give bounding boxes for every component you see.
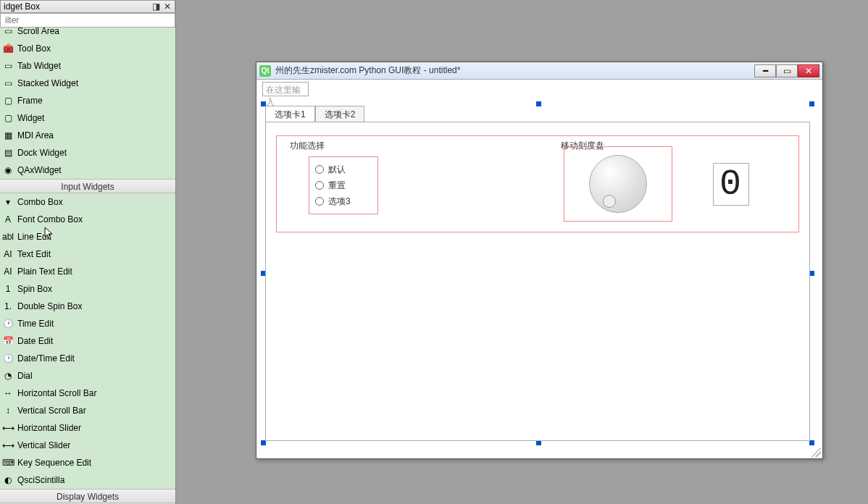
- widget-item-label: Text Edit: [17, 249, 51, 259]
- selection-handle[interactable]: [536, 440, 541, 445]
- widget-item-frame[interactable]: ▢Frame: [0, 92, 175, 109]
- widget-item-spin-box[interactable]: 1Spin Box: [0, 280, 175, 298]
- widget-item-label: Horizontal Scroll Bar: [17, 388, 96, 398]
- widget-item-label: Double Spin Box: [17, 301, 82, 311]
- dock-float-icon[interactable]: ◨: [152, 1, 161, 12]
- widget-item-label: Vertical Scroll Bar: [17, 406, 86, 416]
- frame-icon: ▢: [3, 96, 13, 106]
- widget-item-label: QAxWidget: [17, 165, 62, 175]
- design-canvas[interactable]: Qt 州的先生zmister.com Python GUI教程 - untitl…: [176, 0, 868, 504]
- dial-widget[interactable]: [589, 155, 647, 213]
- widget-list[interactable]: ▭Scroll Area🧰Tool Box▭Tab Widget▭Stacked…: [0, 28, 175, 504]
- minimize-button[interactable]: ━: [754, 64, 776, 77]
- widget-item-widget[interactable]: ▢Widget: [0, 109, 175, 127]
- radio-option3[interactable]: 选项3: [315, 193, 372, 209]
- lcd-container: 0: [677, 146, 785, 222]
- widget-item-vertical-scroll-bar[interactable]: ↕Vertical Scroll Bar: [0, 402, 175, 419]
- widget-item-tool-box[interactable]: 🧰Tool Box: [0, 40, 175, 57]
- widget-item-label: Date/Time Edit: [17, 353, 75, 364]
- key-sequence-edit-icon: ⌨: [3, 458, 13, 468]
- groupbox-dial[interactable]: 移动刻度盘 0: [554, 140, 794, 227]
- tab-1[interactable]: 选项卡1: [265, 106, 315, 122]
- category-display-widgets[interactable]: Display Widgets: [0, 489, 175, 503]
- widget-item-combo-box[interactable]: ▾Combo Box: [0, 193, 175, 211]
- widget-item-date-time-edit[interactable]: 🕑Date/Time Edit: [0, 350, 175, 367]
- radio-reset[interactable]: 重置: [315, 177, 372, 193]
- widget-item-label: Scroll Area: [17, 28, 59, 36]
- radio-default[interactable]: 默认: [315, 161, 372, 177]
- widget-item-label: Dock Widget: [17, 148, 67, 158]
- date-time-edit-icon: 🕑: [3, 353, 13, 364]
- tab-2[interactable]: 选项卡2: [315, 106, 365, 122]
- radio-icon: [315, 165, 324, 174]
- widget-item-double-spin-box[interactable]: 1.Double Spin Box: [0, 298, 175, 315]
- widget-item-plain-text-edit[interactable]: AIPlain Text Edit: [0, 263, 175, 280]
- double-spin-box-icon: 1.: [3, 301, 13, 311]
- widget-item-label: Key Sequence Edit: [17, 458, 91, 468]
- stacked-widget-icon: ▭: [3, 78, 13, 88]
- tab-page[interactable]: 功能选择 默认 重置 选项3 移动刻度盘: [265, 122, 810, 441]
- widget-item-qaxwidget[interactable]: ◉QAxWidget: [0, 161, 175, 179]
- widget-item-label: QsciScintilla: [17, 475, 64, 485]
- widget-item-mdi-area[interactable]: ▦MDI Area: [0, 127, 175, 144]
- widget-item-label: Line Edit: [17, 232, 51, 242]
- combo-box-icon: ▾: [3, 197, 13, 207]
- widget-item-dock-widget[interactable]: ▤Dock Widget: [0, 144, 175, 161]
- widget-item-line-edit[interactable]: ablLine Edit: [0, 228, 175, 245]
- horizontal-scroll-bar-icon: ↔: [3, 388, 13, 398]
- widget-item-time-edit[interactable]: 🕑Time Edit: [0, 315, 175, 332]
- widget-item-label: Tab Widget: [17, 61, 61, 71]
- selection-handle[interactable]: [809, 271, 814, 276]
- resize-grip-icon[interactable]: [811, 447, 821, 457]
- close-button[interactable]: ✕: [798, 64, 819, 77]
- form-window[interactable]: Qt 州的先生zmister.com Python GUI教程 - untitl…: [256, 62, 823, 459]
- widget-item-date-edit[interactable]: 📅Date Edit: [0, 332, 175, 350]
- widget-item-stacked-widget[interactable]: ▭Stacked Widget: [0, 75, 175, 92]
- widget-item-label: Vertical Slider: [17, 440, 70, 450]
- widget-item-label: Stacked Widget: [17, 78, 78, 88]
- horizontal-layout[interactable]: 功能选择 默认 重置 选项3 移动刻度盘: [276, 135, 799, 232]
- widget-item-tab-widget[interactable]: ▭Tab Widget: [0, 57, 175, 75]
- groupbox-functions[interactable]: 功能选择 默认 重置 选项3: [283, 140, 533, 227]
- radio-icon: [315, 197, 324, 206]
- form-design-area[interactable]: 在这里输入 选项卡1 选项卡2 功能选择: [256, 80, 822, 458]
- widget-item-qsciscintilla[interactable]: ◐QsciScintilla: [0, 471, 175, 489]
- lineedit-widget[interactable]: 在这里输入: [262, 82, 309, 96]
- selection-handle[interactable]: [809, 440, 814, 445]
- qsciscintilla-icon: ◐: [3, 475, 13, 485]
- widget-item-text-edit[interactable]: AIText Edit: [0, 245, 175, 263]
- widget-item-font-combo-box[interactable]: AFont Combo Box: [0, 211, 175, 228]
- widget-item-label: Horizontal Slider: [17, 423, 81, 433]
- widget-item-label: Combo Box: [17, 197, 63, 207]
- widget-item-dial[interactable]: ◔Dial: [0, 367, 175, 385]
- dock-widget-icon: ▤: [3, 148, 13, 158]
- widget-item-scroll-area[interactable]: ▭Scroll Area: [0, 28, 175, 40]
- widget-item-label: MDI Area: [17, 130, 54, 140]
- window-titlebar[interactable]: Qt 州的先生zmister.com Python GUI教程 - untitl…: [256, 62, 822, 80]
- horizontal-slider-icon: ⟷: [3, 423, 13, 433]
- tab-widget[interactable]: 选项卡1 选项卡2 功能选择 默认 重置 选项3: [265, 106, 810, 441]
- widget-item-horizontal-scroll-bar[interactable]: ↔Horizontal Scroll Bar: [0, 385, 175, 402]
- mdi-area-icon: ▦: [3, 130, 13, 140]
- category-input-widgets[interactable]: Input Widgets: [0, 179, 175, 193]
- selection-handle[interactable]: [809, 101, 814, 106]
- dial-container: [564, 146, 672, 222]
- time-edit-icon: 🕑: [3, 319, 13, 329]
- selection-handle[interactable]: [261, 440, 266, 445]
- maximize-button[interactable]: ▭: [776, 64, 798, 77]
- widget-item-key-sequence-edit[interactable]: ⌨Key Sequence Edit: [0, 454, 175, 471]
- radio-layout[interactable]: 默认 重置 选项3: [309, 156, 378, 214]
- window-title: 州的先生zmister.com Python GUI教程 - untitled*: [275, 64, 754, 77]
- dock-title-text: idget Box: [4, 1, 40, 12]
- widget-item-label: Font Combo Box: [17, 214, 83, 224]
- dial-icon: ◔: [3, 371, 13, 381]
- widget-item-vertical-slider[interactable]: ⟷Vertical Slider: [0, 437, 175, 454]
- spin-box-icon: 1: [3, 284, 13, 294]
- widget-item-label: Tool Box: [17, 43, 51, 54]
- font-combo-box-icon: A: [3, 214, 13, 224]
- widget-item-horizontal-slider[interactable]: ⟷Horizontal Slider: [0, 419, 175, 437]
- filter-input[interactable]: [0, 13, 175, 28]
- vertical-scroll-bar-icon: ↕: [3, 406, 13, 416]
- app-icon: Qt: [259, 65, 271, 77]
- dock-close-icon[interactable]: ✕: [163, 1, 172, 12]
